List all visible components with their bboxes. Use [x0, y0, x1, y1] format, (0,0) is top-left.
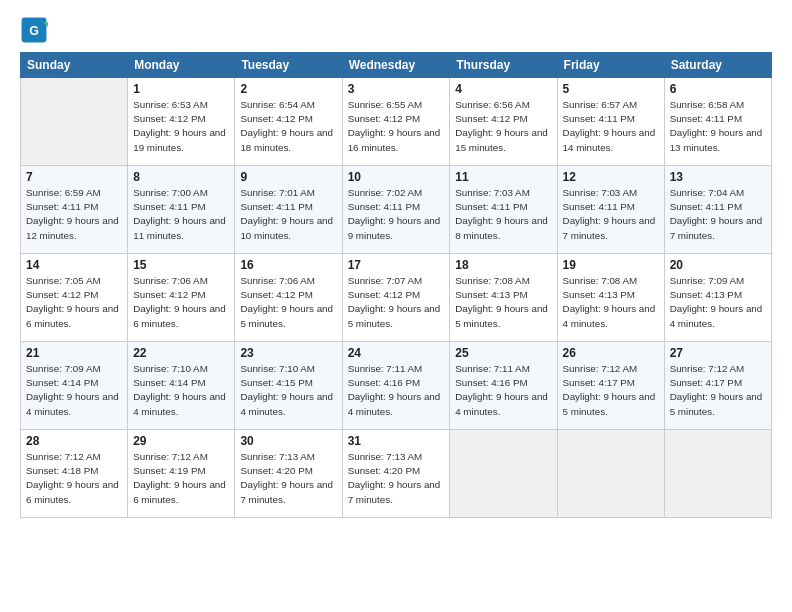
day-info: Sunrise: 7:04 AM Sunset: 4:11 PM Dayligh…: [670, 186, 766, 243]
day-number: 2: [240, 82, 336, 96]
calendar-cell: 13 Sunrise: 7:04 AM Sunset: 4:11 PM Dayl…: [664, 166, 771, 254]
day-info: Sunrise: 6:57 AM Sunset: 4:11 PM Dayligh…: [563, 98, 659, 155]
day-number: 28: [26, 434, 122, 448]
day-number: 6: [670, 82, 766, 96]
day-info: Sunrise: 7:12 AM Sunset: 4:17 PM Dayligh…: [670, 362, 766, 419]
calendar-cell: 23 Sunrise: 7:10 AM Sunset: 4:15 PM Dayl…: [235, 342, 342, 430]
calendar-week-row: 21 Sunrise: 7:09 AM Sunset: 4:14 PM Dayl…: [21, 342, 772, 430]
calendar-cell: 4 Sunrise: 6:56 AM Sunset: 4:12 PM Dayli…: [450, 78, 557, 166]
calendar-week-row: 7 Sunrise: 6:59 AM Sunset: 4:11 PM Dayli…: [21, 166, 772, 254]
calendar-header-row: SundayMondayTuesdayWednesdayThursdayFrid…: [21, 53, 772, 78]
day-info: Sunrise: 7:08 AM Sunset: 4:13 PM Dayligh…: [563, 274, 659, 331]
calendar-cell: 26 Sunrise: 7:12 AM Sunset: 4:17 PM Dayl…: [557, 342, 664, 430]
day-info: Sunrise: 7:03 AM Sunset: 4:11 PM Dayligh…: [563, 186, 659, 243]
day-number: 10: [348, 170, 445, 184]
weekday-header: Thursday: [450, 53, 557, 78]
day-info: Sunrise: 6:54 AM Sunset: 4:12 PM Dayligh…: [240, 98, 336, 155]
day-info: Sunrise: 7:01 AM Sunset: 4:11 PM Dayligh…: [240, 186, 336, 243]
calendar-week-row: 1 Sunrise: 6:53 AM Sunset: 4:12 PM Dayli…: [21, 78, 772, 166]
day-number: 4: [455, 82, 551, 96]
day-info: Sunrise: 7:06 AM Sunset: 4:12 PM Dayligh…: [133, 274, 229, 331]
day-number: 31: [348, 434, 445, 448]
weekday-header: Monday: [128, 53, 235, 78]
day-number: 5: [563, 82, 659, 96]
day-number: 16: [240, 258, 336, 272]
calendar-cell: [21, 78, 128, 166]
day-info: Sunrise: 7:07 AM Sunset: 4:12 PM Dayligh…: [348, 274, 445, 331]
calendar-cell: 16 Sunrise: 7:06 AM Sunset: 4:12 PM Dayl…: [235, 254, 342, 342]
day-info: Sunrise: 7:13 AM Sunset: 4:20 PM Dayligh…: [240, 450, 336, 507]
day-number: 23: [240, 346, 336, 360]
weekday-header: Sunday: [21, 53, 128, 78]
day-info: Sunrise: 7:11 AM Sunset: 4:16 PM Dayligh…: [348, 362, 445, 419]
calendar-cell: 22 Sunrise: 7:10 AM Sunset: 4:14 PM Dayl…: [128, 342, 235, 430]
day-info: Sunrise: 6:58 AM Sunset: 4:11 PM Dayligh…: [670, 98, 766, 155]
day-info: Sunrise: 7:12 AM Sunset: 4:17 PM Dayligh…: [563, 362, 659, 419]
day-info: Sunrise: 6:59 AM Sunset: 4:11 PM Dayligh…: [26, 186, 122, 243]
calendar-cell: 19 Sunrise: 7:08 AM Sunset: 4:13 PM Dayl…: [557, 254, 664, 342]
calendar-cell: [450, 430, 557, 518]
day-number: 25: [455, 346, 551, 360]
calendar-week-row: 14 Sunrise: 7:05 AM Sunset: 4:12 PM Dayl…: [21, 254, 772, 342]
calendar-cell: 24 Sunrise: 7:11 AM Sunset: 4:16 PM Dayl…: [342, 342, 450, 430]
day-number: 29: [133, 434, 229, 448]
calendar-cell: 7 Sunrise: 6:59 AM Sunset: 4:11 PM Dayli…: [21, 166, 128, 254]
day-number: 30: [240, 434, 336, 448]
day-number: 17: [348, 258, 445, 272]
day-number: 24: [348, 346, 445, 360]
day-info: Sunrise: 7:10 AM Sunset: 4:14 PM Dayligh…: [133, 362, 229, 419]
day-info: Sunrise: 7:02 AM Sunset: 4:11 PM Dayligh…: [348, 186, 445, 243]
calendar-week-row: 28 Sunrise: 7:12 AM Sunset: 4:18 PM Dayl…: [21, 430, 772, 518]
logo-icon: G: [20, 16, 48, 44]
page-container: G SundayMondayTuesdayWednesdayThursdayFr…: [0, 0, 792, 528]
calendar-cell: 17 Sunrise: 7:07 AM Sunset: 4:12 PM Dayl…: [342, 254, 450, 342]
calendar-cell: 6 Sunrise: 6:58 AM Sunset: 4:11 PM Dayli…: [664, 78, 771, 166]
calendar-table: SundayMondayTuesdayWednesdayThursdayFrid…: [20, 52, 772, 518]
day-number: 9: [240, 170, 336, 184]
day-number: 1: [133, 82, 229, 96]
weekday-header: Tuesday: [235, 53, 342, 78]
day-info: Sunrise: 7:03 AM Sunset: 4:11 PM Dayligh…: [455, 186, 551, 243]
day-info: Sunrise: 6:55 AM Sunset: 4:12 PM Dayligh…: [348, 98, 445, 155]
calendar-cell: 30 Sunrise: 7:13 AM Sunset: 4:20 PM Dayl…: [235, 430, 342, 518]
calendar-cell: 14 Sunrise: 7:05 AM Sunset: 4:12 PM Dayl…: [21, 254, 128, 342]
day-info: Sunrise: 7:06 AM Sunset: 4:12 PM Dayligh…: [240, 274, 336, 331]
calendar-cell: 20 Sunrise: 7:09 AM Sunset: 4:13 PM Dayl…: [664, 254, 771, 342]
day-number: 27: [670, 346, 766, 360]
calendar-cell: 28 Sunrise: 7:12 AM Sunset: 4:18 PM Dayl…: [21, 430, 128, 518]
day-info: Sunrise: 6:56 AM Sunset: 4:12 PM Dayligh…: [455, 98, 551, 155]
day-info: Sunrise: 7:09 AM Sunset: 4:14 PM Dayligh…: [26, 362, 122, 419]
calendar-cell: 9 Sunrise: 7:01 AM Sunset: 4:11 PM Dayli…: [235, 166, 342, 254]
day-number: 15: [133, 258, 229, 272]
logo: G: [20, 16, 52, 44]
calendar-cell: 8 Sunrise: 7:00 AM Sunset: 4:11 PM Dayli…: [128, 166, 235, 254]
day-number: 7: [26, 170, 122, 184]
calendar-cell: 31 Sunrise: 7:13 AM Sunset: 4:20 PM Dayl…: [342, 430, 450, 518]
calendar-cell: [557, 430, 664, 518]
day-info: Sunrise: 7:05 AM Sunset: 4:12 PM Dayligh…: [26, 274, 122, 331]
calendar-cell: 5 Sunrise: 6:57 AM Sunset: 4:11 PM Dayli…: [557, 78, 664, 166]
calendar-cell: 12 Sunrise: 7:03 AM Sunset: 4:11 PM Dayl…: [557, 166, 664, 254]
day-info: Sunrise: 7:11 AM Sunset: 4:16 PM Dayligh…: [455, 362, 551, 419]
day-number: 3: [348, 82, 445, 96]
day-number: 26: [563, 346, 659, 360]
day-info: Sunrise: 7:10 AM Sunset: 4:15 PM Dayligh…: [240, 362, 336, 419]
day-number: 18: [455, 258, 551, 272]
calendar-cell: 1 Sunrise: 6:53 AM Sunset: 4:12 PM Dayli…: [128, 78, 235, 166]
day-number: 8: [133, 170, 229, 184]
calendar-cell: 29 Sunrise: 7:12 AM Sunset: 4:19 PM Dayl…: [128, 430, 235, 518]
day-number: 20: [670, 258, 766, 272]
day-number: 11: [455, 170, 551, 184]
header: G: [20, 16, 772, 44]
day-number: 19: [563, 258, 659, 272]
day-number: 22: [133, 346, 229, 360]
day-info: Sunrise: 7:09 AM Sunset: 4:13 PM Dayligh…: [670, 274, 766, 331]
day-info: Sunrise: 7:08 AM Sunset: 4:13 PM Dayligh…: [455, 274, 551, 331]
day-info: Sunrise: 7:00 AM Sunset: 4:11 PM Dayligh…: [133, 186, 229, 243]
day-info: Sunrise: 7:13 AM Sunset: 4:20 PM Dayligh…: [348, 450, 445, 507]
day-info: Sunrise: 7:12 AM Sunset: 4:19 PM Dayligh…: [133, 450, 229, 507]
calendar-cell: 10 Sunrise: 7:02 AM Sunset: 4:11 PM Dayl…: [342, 166, 450, 254]
weekday-header: Friday: [557, 53, 664, 78]
day-info: Sunrise: 7:12 AM Sunset: 4:18 PM Dayligh…: [26, 450, 122, 507]
calendar-cell: 2 Sunrise: 6:54 AM Sunset: 4:12 PM Dayli…: [235, 78, 342, 166]
